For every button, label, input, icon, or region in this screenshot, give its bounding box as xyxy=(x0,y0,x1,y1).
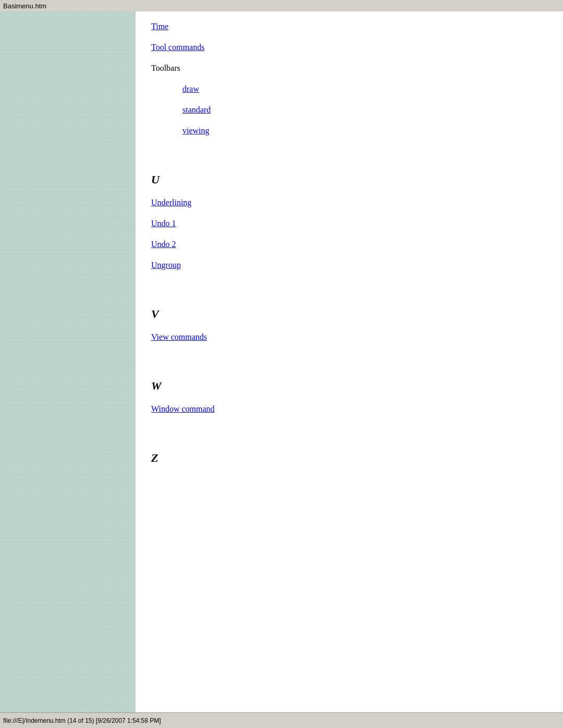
status-text: file:///E|/Indemenu.htm (14 of 15) [9/26… xyxy=(3,717,161,724)
toolbars-header: Toolbars xyxy=(151,64,547,73)
section-header-w: W xyxy=(151,379,547,393)
link-standard[interactable]: standard xyxy=(182,105,547,115)
link-tool-commands[interactable]: Tool commands xyxy=(151,43,547,52)
link-undo1[interactable]: Undo 1 xyxy=(151,219,547,228)
spacer-4 xyxy=(151,425,547,441)
link-viewing[interactable]: viewing xyxy=(182,126,547,135)
link-view-commands[interactable]: View commands xyxy=(151,332,547,342)
link-window-command[interactable]: Window command xyxy=(151,404,547,414)
sidebar xyxy=(0,11,136,712)
section-header-v: V xyxy=(151,307,547,321)
link-draw[interactable]: draw xyxy=(182,84,547,94)
spacer-2 xyxy=(151,281,547,297)
section-header-u: U xyxy=(151,173,547,187)
link-underlining[interactable]: Underlining xyxy=(151,198,547,207)
status-bar: file:///E|/Indemenu.htm (14 of 15) [9/26… xyxy=(0,712,563,728)
link-ungroup[interactable]: Ungroup xyxy=(151,261,547,270)
spacer-3 xyxy=(151,353,547,369)
main-content: Time Tool commands Toolbars draw standar… xyxy=(136,11,563,712)
link-time[interactable]: Time xyxy=(151,22,547,31)
section-header-z: Z xyxy=(151,451,547,465)
link-undo2[interactable]: Undo 2 xyxy=(151,240,547,249)
title-bar: Basimenu.htm xyxy=(0,0,563,11)
spacer-1 xyxy=(151,147,547,163)
title-bar-label: Basimenu.htm xyxy=(3,2,46,10)
